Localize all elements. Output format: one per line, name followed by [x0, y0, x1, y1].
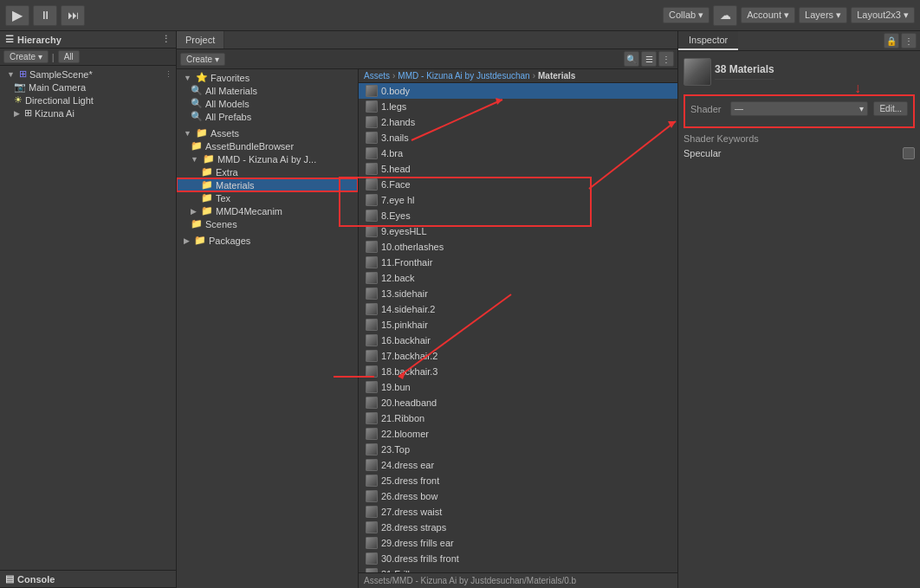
material-file-item[interactable]: 11.Fronthair: [359, 255, 677, 270]
options-icon-btn[interactable]: ⋮: [658, 51, 674, 67]
breadcrumb-assets[interactable]: Assets: [364, 71, 390, 81]
all-models-item[interactable]: 🔍 All Models: [177, 97, 358, 110]
pause-button[interactable]: ⏸: [33, 5, 57, 26]
material-file-item[interactable]: 27.dress waist: [359, 504, 677, 520]
scene-menu[interactable]: ⋮: [165, 70, 172, 79]
all-materials-item[interactable]: 🔍 All Materials: [177, 84, 358, 97]
mmd-kizuna-item[interactable]: ▼ 📁 MMD - Kizuna Ai by J...: [177, 152, 358, 165]
play-button[interactable]: ▶: [5, 5, 29, 26]
shader-label: Shader: [690, 104, 725, 114]
insp-lock-btn[interactable]: 🔒: [884, 33, 899, 48]
console-tab[interactable]: ▤ Console: [0, 570, 176, 588]
filter-icon-btn[interactable]: ☰: [641, 51, 657, 67]
material-file-item[interactable]: 4.bra: [359, 145, 677, 161]
cloud-button[interactable]: ☁: [713, 5, 737, 26]
specular-label: Specular: [684, 148, 897, 158]
material-file-item[interactable]: 14.sidehair.2: [359, 301, 677, 317]
file-path-text: Assets/MMD - Kizuna Ai by Justdesuchan/M…: [364, 576, 576, 585]
material-file-item[interactable]: 24.dress ear: [359, 457, 677, 473]
layers-button[interactable]: Layers ▾: [799, 7, 847, 23]
scene-name: SampleScene*: [29, 69, 93, 80]
material-icon: [366, 163, 378, 175]
scene-root-item[interactable]: ▼ ⊞ SampleScene* ⋮: [0, 68, 176, 81]
shader-dropdown[interactable]: — ▾: [730, 101, 868, 116]
material-file-item[interactable]: 26.dress bow: [359, 488, 677, 504]
collab-button[interactable]: Collab ▾: [663, 7, 709, 23]
material-file-item[interactable]: 17.backhair.2: [359, 348, 677, 364]
packages-label: Packages: [209, 236, 250, 246]
material-icon: [366, 490, 378, 502]
material-file-item[interactable]: 8.Eyes: [359, 208, 677, 223]
material-file-label: 7.eye hl: [381, 195, 415, 205]
hierarchy-all-btn[interactable]: All: [58, 50, 80, 63]
center-area: Project Create ▾ 🔍 ☰ ⋮ ▼ ⭐ Favorites: [177, 31, 677, 588]
kizuna-ai-item[interactable]: ▶ ⊞ Kizuna Ai: [0, 107, 176, 120]
main-camera-item[interactable]: 📷 Main Camera: [0, 81, 176, 94]
project-body: ▼ ⭐ Favorites 🔍 All Materials 🔍 All Mode…: [177, 69, 677, 588]
assets-group[interactable]: ▼ 📁 Assets: [177, 126, 358, 139]
project-files-scroll[interactable]: 0.body1.legs2.hands3.nails4.bra5.head6.F…: [359, 83, 677, 572]
material-file-item[interactable]: 28.dress straps: [359, 520, 677, 535]
kizuna-arrow: ▶: [14, 109, 20, 118]
favorites-group[interactable]: ▼ ⭐ Favorites: [177, 71, 358, 84]
packages-group[interactable]: ▶ 📁 Packages: [177, 234, 358, 247]
mmd4mecanim-item[interactable]: ▶ 📁 MMD4Mecanim: [177, 204, 358, 217]
extra-item[interactable]: 📁 Extra: [177, 165, 358, 178]
material-file-item[interactable]: 9.eyesHLL: [359, 223, 677, 239]
material-file-item[interactable]: 23.Top: [359, 442, 677, 457]
tex-item[interactable]: 📁 Tex: [177, 191, 358, 204]
material-file-label: 31.Frill: [381, 569, 410, 572]
assetbundle-item[interactable]: 📁 AssetBundleBrowser: [177, 139, 358, 152]
all-prefabs-item[interactable]: 🔍 All Prefabs: [177, 110, 358, 123]
material-file-item[interactable]: 10.otherlashes: [359, 239, 677, 255]
hierarchy-create-btn[interactable]: Create ▾: [3, 50, 49, 63]
hierarchy-menu-icon[interactable]: ⋮: [161, 34, 171, 45]
material-file-item[interactable]: 7.eye hl: [359, 192, 677, 208]
material-file-item[interactable]: 16.backhair: [359, 333, 677, 348]
kizuna-label: Kizuna Ai: [35, 108, 75, 119]
breadcrumb-mmd[interactable]: MMD - Kizuna Ai by Justdesuchan: [398, 71, 529, 81]
shader-value: —: [735, 104, 743, 113]
project-tab[interactable]: Project: [177, 31, 224, 48]
material-file-label: 28.dress straps: [381, 522, 446, 533]
search-icon-btn[interactable]: 🔍: [624, 51, 639, 67]
main-area: ☰ Hierarchy ⋮ Create ▾ | All ▼ ⊞ SampleS…: [0, 31, 920, 588]
material-file-item[interactable]: 22.bloomer: [359, 426, 677, 442]
material-file-item[interactable]: 2.hands: [359, 114, 677, 130]
material-file-item[interactable]: 6.Face: [359, 177, 677, 192]
project-create-btn[interactable]: Create ▾: [180, 53, 225, 66]
account-button[interactable]: Account ▾: [741, 7, 795, 23]
material-icon: [366, 459, 378, 471]
material-file-item[interactable]: 5.head: [359, 161, 677, 177]
project-tree: ▼ ⭐ Favorites 🔍 All Materials 🔍 All Mode…: [177, 69, 359, 588]
insp-menu-btn[interactable]: ⋮: [901, 33, 917, 48]
material-file-item[interactable]: 30.dress frills front: [359, 551, 677, 566]
material-file-item[interactable]: 15.pinkhair: [359, 317, 677, 333]
material-file-item[interactable]: 25.dress front: [359, 473, 677, 488]
material-file-label: 0.body: [381, 86, 410, 96]
inspector-tab[interactable]: Inspector: [678, 31, 738, 50]
step-button[interactable]: ⏭: [61, 5, 85, 26]
specular-checkbox[interactable]: [903, 147, 915, 159]
material-file-item[interactable]: 29.dress frills ear: [359, 535, 677, 551]
material-file-item[interactable]: 18.backhair.3: [359, 364, 677, 379]
materials-item[interactable]: 📁 Materials: [177, 178, 358, 191]
light-icon: ☀: [14, 94, 23, 106]
material-file-item[interactable]: 21.Ribbon: [359, 410, 677, 426]
material-icon: [366, 178, 378, 191]
layout-button[interactable]: Layout2x3 ▾: [851, 7, 915, 23]
material-file-item[interactable]: 12.back: [359, 270, 677, 286]
material-file-item[interactable]: 0.body: [359, 83, 677, 99]
material-file-item[interactable]: 31.Frill: [359, 566, 677, 572]
material-icon: [366, 365, 378, 378]
scenes-item[interactable]: 📁 Scenes: [177, 217, 358, 230]
edit-button[interactable]: Edit...: [873, 101, 908, 116]
material-file-item[interactable]: 1.legs: [359, 99, 677, 114]
material-icon: [366, 537, 378, 549]
material-file-item[interactable]: 3.nails: [359, 130, 677, 145]
material-file-item[interactable]: 13.sidehair: [359, 286, 677, 301]
material-icon: [366, 194, 378, 206]
material-file-item[interactable]: 20.headband: [359, 395, 677, 410]
directional-light-item[interactable]: ☀ Directional Light: [0, 94, 176, 107]
material-file-item[interactable]: 19.bun: [359, 379, 677, 395]
